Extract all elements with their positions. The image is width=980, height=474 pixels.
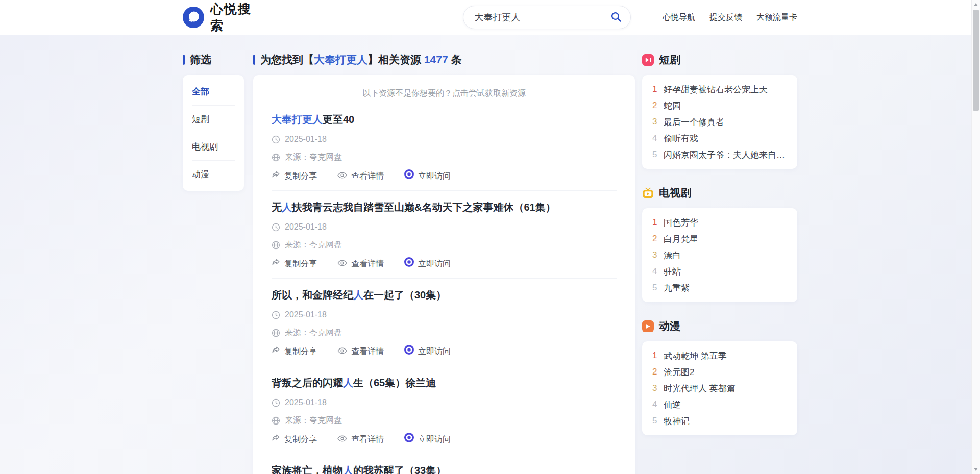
rank-number: 5 bbox=[652, 416, 664, 426]
result-item: 家族将亡，植物人的我苏醒了（33集）2025-01-18 bbox=[272, 454, 617, 474]
results-card: 以下资源不是你想要的？点击尝试获取新资源 大奉打更人更至402025-01-18… bbox=[253, 75, 635, 474]
filter-item[interactable]: 短剧 bbox=[192, 105, 235, 133]
rank-item[interactable]: 4偷听有戏 bbox=[652, 130, 787, 146]
clock-icon bbox=[272, 135, 280, 144]
rank-item[interactable]: 1武动乾坤 第五季 bbox=[652, 347, 787, 364]
rank-section-header: 短剧 bbox=[642, 53, 797, 66]
rank-section-title: 电视剧 bbox=[659, 186, 691, 200]
rank-item[interactable]: 2蛇园 bbox=[652, 97, 787, 114]
rank-label: 驻站 bbox=[664, 266, 681, 278]
rank-item[interactable]: 3漂白 bbox=[652, 247, 787, 263]
visit-now-button-label: 立即访问 bbox=[418, 258, 451, 269]
rank-number: 2 bbox=[652, 101, 664, 111]
rank-item[interactable]: 1国色芳华 bbox=[652, 214, 787, 231]
copy-share-button[interactable]: 复制分享 bbox=[272, 258, 317, 269]
result-title-link[interactable]: 背叛之后的闪耀人生（65集）徐兰迪 bbox=[272, 376, 617, 390]
quark-icon bbox=[404, 433, 414, 445]
result-source: 来源：夸克网盘 bbox=[272, 327, 617, 338]
result-date: 2025-01-18 bbox=[272, 397, 617, 408]
result-date-text: 2025-01-18 bbox=[285, 309, 327, 320]
rank-item[interactable]: 2沧元图2 bbox=[652, 364, 787, 380]
rank-label: 闪婚京圈太子爷：夫人她来自农村 bbox=[664, 149, 787, 161]
globe-icon bbox=[272, 241, 280, 250]
result-title-link[interactable]: 所以，和金牌经纪人在一起了（30集） bbox=[272, 288, 617, 302]
result-title-link[interactable]: 无人扶我青云志我自踏雪至山巅&名动天下之家事难休（61集） bbox=[272, 200, 617, 214]
scrollbar-track[interactable] bbox=[971, 0, 980, 474]
filter-item[interactable]: 动漫 bbox=[192, 160, 235, 188]
filter-item[interactable]: 电视剧 bbox=[192, 133, 235, 160]
visit-now-button[interactable]: 立即访问 bbox=[404, 433, 451, 445]
view-detail-button-label: 查看详情 bbox=[351, 346, 384, 357]
rank-card: 1国色芳华2白月梵星3漂白4驻站5九重紫 bbox=[642, 208, 797, 302]
view-detail-button[interactable]: 查看详情 bbox=[337, 258, 384, 269]
result-date-text: 2025-01-18 bbox=[285, 397, 327, 408]
search-button[interactable] bbox=[607, 8, 625, 28]
result-actions: 复制分享查看详情立即访问 bbox=[272, 345, 617, 358]
view-detail-button[interactable]: 查看详情 bbox=[337, 434, 384, 445]
result-date-text: 2025-01-18 bbox=[285, 134, 327, 145]
rank-label: 九重紫 bbox=[664, 282, 690, 294]
copy-share-button[interactable]: 复制分享 bbox=[272, 345, 317, 357]
rank-number: 5 bbox=[652, 283, 664, 293]
rank-label: 偷听有戏 bbox=[664, 133, 698, 144]
search-icon bbox=[610, 11, 622, 24]
clock-icon bbox=[272, 398, 280, 407]
rank-number: 4 bbox=[652, 266, 664, 277]
result-date: 2025-01-18 bbox=[272, 134, 617, 145]
result-title-link[interactable]: 大奉打更人更至40 bbox=[272, 112, 617, 127]
eye-icon bbox=[337, 258, 347, 269]
rank-item[interactable]: 3时光代理人 英都篇 bbox=[652, 380, 787, 396]
visit-now-button[interactable]: 立即访问 bbox=[404, 169, 451, 182]
rank-item[interactable]: 1好孕甜妻被钻石老公宠上天 bbox=[652, 81, 787, 97]
rank-item[interactable]: 5九重紫 bbox=[652, 280, 787, 296]
filter-item[interactable]: 全部 bbox=[192, 78, 235, 105]
visit-now-button[interactable]: 立即访问 bbox=[404, 345, 451, 358]
rank-label: 沧元图2 bbox=[664, 366, 694, 378]
copy-share-button-label: 复制分享 bbox=[284, 346, 317, 357]
anime-icon bbox=[642, 320, 654, 332]
rank-item[interactable]: 4驻站 bbox=[652, 263, 787, 280]
copy-share-button-label: 复制分享 bbox=[284, 258, 317, 269]
brand-logo[interactable]: 心悦搜索 bbox=[183, 1, 259, 34]
rank-item[interactable]: 2白月梵星 bbox=[652, 231, 787, 247]
scrollbar-down-arrow[interactable] bbox=[974, 468, 978, 471]
rank-label: 牧神记 bbox=[664, 415, 690, 427]
rank-item[interactable]: 5闪婚京圈太子爷：夫人她来自农村 bbox=[652, 146, 787, 163]
visit-now-button[interactable]: 立即访问 bbox=[404, 257, 451, 270]
scrollbar-thumb[interactable] bbox=[973, 10, 979, 111]
search-box bbox=[463, 6, 631, 29]
quark-icon bbox=[404, 257, 414, 270]
rank-label: 时光代理人 英都篇 bbox=[664, 383, 736, 394]
rank-item[interactable]: 5牧神记 bbox=[652, 413, 787, 429]
rank-label: 武动乾坤 第五季 bbox=[664, 350, 727, 362]
summary-suffix: 条 bbox=[448, 54, 462, 65]
result-source-text: 来源：夸克网盘 bbox=[285, 239, 342, 251]
search-input[interactable] bbox=[475, 12, 607, 23]
globe-icon bbox=[272, 329, 280, 337]
rank-section-2: 电视剧1国色芳华2白月梵星3漂白4驻站5九重紫 bbox=[642, 186, 797, 302]
copy-share-button[interactable]: 复制分享 bbox=[272, 433, 317, 445]
result-source: 来源：夸克网盘 bbox=[272, 239, 617, 251]
scrollbar-up-arrow[interactable] bbox=[974, 3, 978, 6]
quark-icon bbox=[404, 345, 414, 358]
rank-number: 3 bbox=[652, 250, 664, 260]
rank-label: 仙逆 bbox=[664, 399, 681, 411]
view-detail-button[interactable]: 查看详情 bbox=[337, 346, 384, 357]
rank-item[interactable]: 3最后一个修真者 bbox=[652, 114, 787, 130]
nav-link-1[interactable]: 心悦导航 bbox=[663, 12, 695, 23]
rank-item[interactable]: 4仙逆 bbox=[652, 396, 787, 413]
rank-number: 3 bbox=[652, 117, 664, 127]
rank-card: 1好孕甜妻被钻石老公宠上天2蛇园3最后一个修真者4偷听有戏5闪婚京圈太子爷：夫人… bbox=[642, 75, 797, 169]
copy-share-button[interactable]: 复制分享 bbox=[272, 170, 317, 182]
header: 心悦搜索 心悦导航提交反馈大额流量卡 bbox=[0, 0, 980, 35]
main-content: 筛选 全部短剧电视剧动漫 为您找到【大奉打更人】相关资源 1477 条 以下资源… bbox=[183, 53, 797, 474]
eye-icon bbox=[337, 170, 347, 182]
result-title-link[interactable]: 家族将亡，植物人的我苏醒了（33集） bbox=[272, 463, 617, 474]
nav-link-3[interactable]: 大额流量卡 bbox=[756, 12, 797, 23]
nav-link-2[interactable]: 提交反馈 bbox=[709, 12, 742, 23]
top-nav: 心悦导航提交反馈大额流量卡 bbox=[663, 12, 797, 23]
globe-icon bbox=[272, 153, 280, 162]
refresh-notice[interactable]: 以下资源不是你想要的？点击尝试获取新资源 bbox=[272, 88, 617, 99]
short-drama-icon bbox=[642, 54, 654, 66]
view-detail-button[interactable]: 查看详情 bbox=[337, 170, 384, 182]
